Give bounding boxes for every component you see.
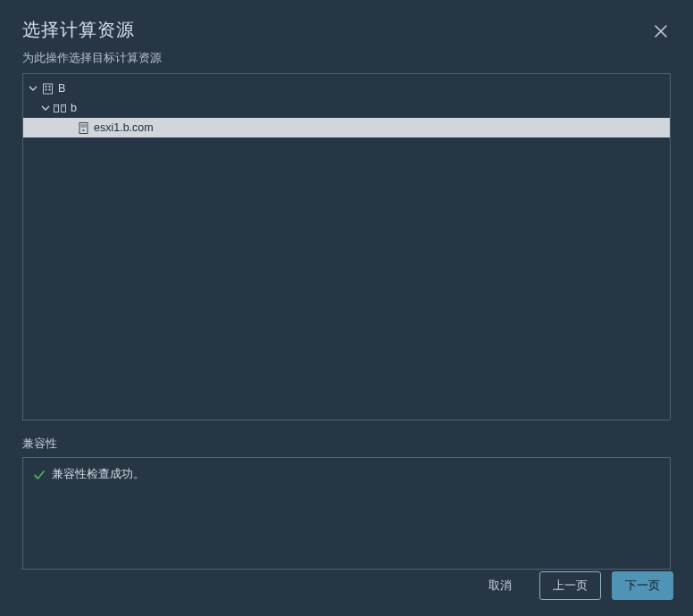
compatibility-status-text: 兼容性检查成功。 bbox=[52, 467, 145, 482]
tree-node-datacenter[interactable]: B bbox=[23, 79, 670, 98]
dialog-subtitle: 为此操作选择目标计算资源 bbox=[22, 51, 671, 66]
cancel-button[interactable]: 取消 bbox=[472, 571, 529, 600]
check-icon bbox=[32, 468, 46, 482]
compatibility-label: 兼容性 bbox=[22, 437, 671, 452]
cluster-icon bbox=[54, 102, 66, 114]
dialog-title: 选择计算资源 bbox=[22, 18, 135, 42]
next-button[interactable]: 下一页 bbox=[612, 571, 673, 600]
close-button[interactable] bbox=[651, 21, 671, 41]
svg-rect-2 bbox=[48, 86, 50, 87]
compatibility-status-row: 兼容性检查成功。 bbox=[32, 467, 661, 482]
svg-rect-0 bbox=[43, 84, 52, 94]
chevron-down-icon bbox=[29, 84, 38, 93]
dialog-select-compute-resource: 选择计算资源 为此操作选择目标计算资源 bbox=[0, 0, 693, 616]
tree-node-label: B bbox=[56, 82, 65, 95]
tree-node-cluster[interactable]: b bbox=[23, 98, 670, 118]
tree-node-host[interactable]: esxi1.b.com bbox=[23, 118, 670, 137]
svg-rect-1 bbox=[45, 86, 46, 87]
chevron-down-icon bbox=[41, 104, 50, 112]
datacenter-icon bbox=[41, 82, 54, 95]
dialog-header: 选择计算资源 bbox=[22, 18, 671, 51]
svg-rect-4 bbox=[48, 88, 50, 90]
svg-point-12 bbox=[82, 129, 84, 131]
tree-node-label: esxi1.b.com bbox=[92, 121, 154, 134]
svg-rect-6 bbox=[62, 104, 66, 112]
resource-tree: B b bbox=[22, 73, 671, 420]
expand-toggle[interactable] bbox=[39, 104, 52, 112]
svg-rect-9 bbox=[79, 122, 88, 133]
host-icon bbox=[77, 121, 89, 134]
expand-toggle[interactable] bbox=[27, 84, 39, 93]
svg-rect-5 bbox=[54, 104, 59, 112]
tree-node-label: b bbox=[69, 102, 77, 114]
svg-rect-3 bbox=[45, 88, 46, 90]
close-icon bbox=[655, 25, 667, 37]
compatibility-panel: 兼容性检查成功。 bbox=[22, 457, 671, 570]
back-button[interactable]: 上一页 bbox=[539, 571, 601, 600]
dialog-footer: 取消 上一页 下一页 bbox=[472, 571, 673, 600]
